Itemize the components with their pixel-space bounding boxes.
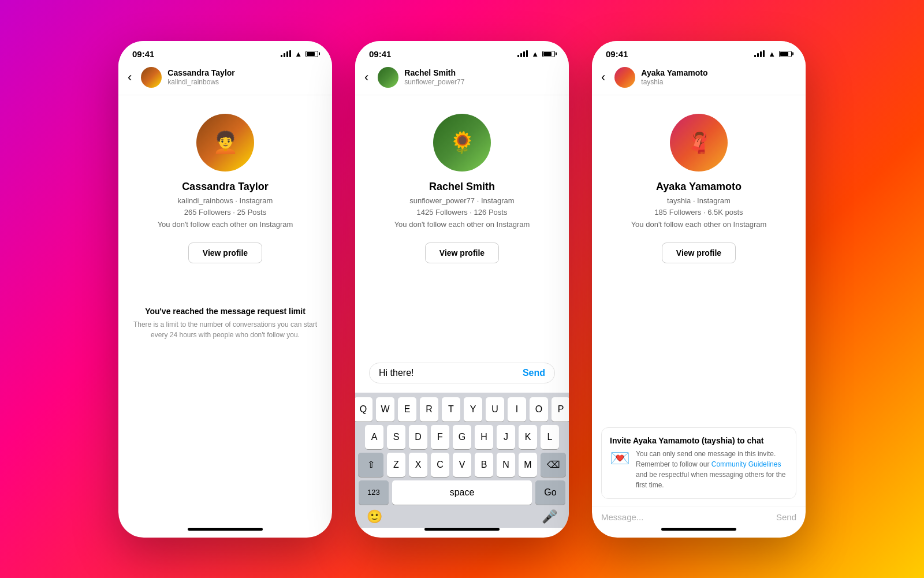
key-k[interactable]: K xyxy=(519,425,537,449)
status-bar-1: 09:41 ▲ xyxy=(118,41,332,62)
profile-avatar-2: 🌻 xyxy=(433,114,491,171)
status-icons-1: ▲ xyxy=(281,50,318,58)
message-limit-section: You've reached the message request limit… xyxy=(118,295,332,357)
header-username-1: kalindi_rainbows xyxy=(167,78,323,86)
chat-header-3: ‹ Ayaka Yamamoto tayshia xyxy=(592,62,806,95)
key-u[interactable]: U xyxy=(486,397,504,422)
invite-section: Invite Ayaka Yamamoto (tayshia) to chat … xyxy=(601,427,796,499)
keyboard-row-3: ⇧ Z X C V B N M ⌫ xyxy=(359,453,565,477)
invite-icon: 💌 xyxy=(610,449,630,468)
signal-bars-icon-2 xyxy=(517,50,528,57)
key-j[interactable]: J xyxy=(497,425,515,449)
header-name-3: Ayaka Yamamoto xyxy=(641,68,796,78)
key-d[interactable]: D xyxy=(409,425,427,449)
message-limit-title: You've reached the message request limit xyxy=(132,307,318,316)
back-button-3[interactable]: ‹ xyxy=(601,70,609,85)
key-o[interactable]: O xyxy=(530,397,548,422)
signal-bar-4 xyxy=(289,50,291,57)
battery-icon-2 xyxy=(542,51,555,57)
header-avatar-img-1 xyxy=(141,67,162,88)
view-profile-button-3[interactable]: View profile xyxy=(662,243,736,263)
wifi-icon-3: ▲ xyxy=(768,50,776,58)
profile-avatar-1: 🧑‍🦱 xyxy=(196,114,254,171)
header-username-3: tayshia xyxy=(641,78,796,86)
key-123[interactable]: 123 xyxy=(359,480,389,505)
home-indicator-3 xyxy=(661,528,736,531)
view-profile-button-1[interactable]: View profile xyxy=(188,243,262,263)
home-indicator-2 xyxy=(424,528,500,531)
invite-title: Invite Ayaka Yamamoto (tayshia) to chat xyxy=(610,436,788,445)
home-indicator-1 xyxy=(188,528,263,531)
key-y[interactable]: Y xyxy=(464,397,482,422)
key-q[interactable]: Q xyxy=(355,397,372,422)
status-time-2: 09:41 xyxy=(369,49,391,59)
profile-meta-3: tayshia · Instagram 185 Followers · 6.5K… xyxy=(631,195,767,231)
emoji-icon[interactable]: 🙂 xyxy=(367,509,382,524)
key-c[interactable]: C xyxy=(431,453,449,477)
key-go[interactable]: Go xyxy=(535,480,565,505)
key-w[interactable]: W xyxy=(376,397,394,422)
status-bar-2: 09:41 ▲ xyxy=(355,41,569,62)
header-avatar-3 xyxy=(614,67,635,88)
key-e[interactable]: E xyxy=(398,397,416,422)
message-placeholder-3[interactable]: Message... xyxy=(601,512,770,522)
invite-text: You can only send one message in this in… xyxy=(636,449,788,490)
header-avatar-2 xyxy=(378,67,398,88)
signal-bar-1 xyxy=(281,55,282,57)
key-r[interactable]: R xyxy=(420,397,438,422)
key-n[interactable]: N xyxy=(497,453,515,477)
keyboard-bottom-bar: 🙂 🎤 xyxy=(357,505,567,528)
profile-meta-2: sunflower_power77 · Instagram 1425 Follo… xyxy=(394,195,530,231)
profile-name-2: Rachel Smith xyxy=(429,181,495,193)
back-button-2[interactable]: ‹ xyxy=(364,70,372,85)
header-info-2: Rachel Smith sunflower_power77 xyxy=(404,68,560,86)
key-p[interactable]: P xyxy=(552,397,569,422)
keyboard-row-2: A S D F G H J K L xyxy=(359,425,565,449)
header-username-2: sunflower_power77 xyxy=(404,78,560,86)
header-info-1: Cassandra Taylor kalindi_rainbows xyxy=(167,68,323,86)
key-f[interactable]: F xyxy=(431,425,449,449)
key-t[interactable]: T xyxy=(442,397,460,422)
chat-header-2: ‹ Rachel Smith sunflower_power77 xyxy=(355,62,569,95)
key-m[interactable]: M xyxy=(519,453,537,477)
wifi-icon-2: ▲ xyxy=(531,50,539,58)
phone-ayaka: 09:41 ▲ ‹ Ayaka Yamamoto tayshia 🧣 Ayaka… xyxy=(592,41,806,538)
key-v[interactable]: V xyxy=(453,453,471,477)
message-input-bar[interactable]: Hi there! Send xyxy=(369,363,555,383)
phone-cassandra: 09:41 ▲ ‹ Cassandra Taylor kalindi_rainb… xyxy=(118,41,332,538)
status-icons-3: ▲ xyxy=(754,50,792,58)
key-g[interactable]: G xyxy=(453,425,471,449)
key-b[interactable]: B xyxy=(475,453,493,477)
key-backspace[interactable]: ⌫ xyxy=(541,453,566,477)
header-name-1: Cassandra Taylor xyxy=(167,68,323,78)
signal-bar-3 xyxy=(286,51,288,57)
key-x[interactable]: X xyxy=(409,453,427,477)
key-l[interactable]: L xyxy=(541,425,559,449)
key-h[interactable]: H xyxy=(475,425,493,449)
signal-bars-icon xyxy=(281,50,291,57)
key-s[interactable]: S xyxy=(387,425,405,449)
phone-rachel: 09:41 ▲ ‹ Rachel Smith sunflower_power77… xyxy=(355,41,569,538)
message-input-text[interactable]: Hi there! xyxy=(379,368,518,378)
status-icons-2: ▲ xyxy=(517,50,555,58)
key-a[interactable]: A xyxy=(365,425,383,449)
back-button-1[interactable]: ‹ xyxy=(128,70,135,85)
send-button-3[interactable]: Send xyxy=(776,512,796,522)
profile-meta-1: kalindi_rainbows · Instagram 265 Followe… xyxy=(158,195,293,231)
key-z[interactable]: Z xyxy=(387,453,405,477)
keyboard-rows: Q W E R T Y U I O P A S D F G H J K xyxy=(357,397,567,505)
invite-body: 💌 You can only send one message in this … xyxy=(610,449,788,490)
view-profile-button-2[interactable]: View profile xyxy=(425,243,499,263)
battery-icon xyxy=(305,51,318,57)
profile-name-3: Ayaka Yamamoto xyxy=(656,181,742,193)
community-guidelines-link[interactable]: Community Guidelines xyxy=(711,460,781,468)
chat-header-1: ‹ Cassandra Taylor kalindi_rainbows xyxy=(118,62,332,95)
mic-icon[interactable]: 🎤 xyxy=(542,509,557,524)
keyboard-row-4: 123 space Go xyxy=(359,480,565,505)
key-space[interactable]: space xyxy=(392,480,532,505)
send-button-2[interactable]: Send xyxy=(523,368,545,378)
key-i[interactable]: I xyxy=(508,397,526,422)
status-bar-3: 09:41 ▲ xyxy=(592,41,806,62)
profile-section-1: 🧑‍🦱 Cassandra Taylor kalindi_rainbows · … xyxy=(118,95,332,296)
key-shift[interactable]: ⇧ xyxy=(358,453,383,477)
